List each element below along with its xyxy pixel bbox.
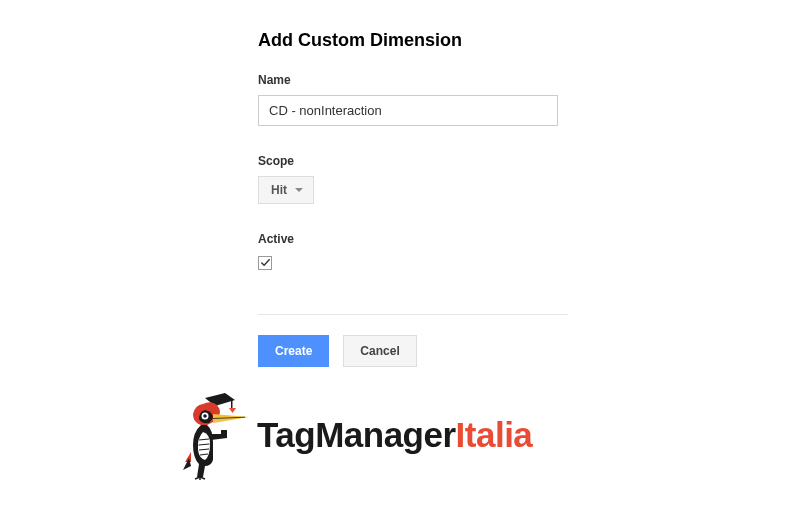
page-title: Add Custom Dimension [258, 30, 568, 51]
name-field-group: Name [258, 73, 568, 126]
scope-field-group: Scope Hit [258, 154, 568, 204]
active-checkbox[interactable] [258, 256, 272, 270]
active-label: Active [258, 232, 568, 246]
chevron-down-icon [295, 188, 303, 192]
svg-point-4 [203, 414, 207, 418]
custom-dimension-form: Add Custom Dimension Name Scope Hit Acti… [258, 30, 568, 367]
scope-value: Hit [271, 183, 287, 197]
logo-text-part1: TagManager [257, 415, 456, 454]
svg-marker-2 [229, 408, 236, 413]
brand-logo: TagManagerItalia [183, 390, 532, 480]
svg-rect-1 [231, 400, 233, 408]
scope-label: Scope [258, 154, 568, 168]
scope-select[interactable]: Hit [258, 176, 314, 204]
logo-text-part2: Italia [456, 415, 533, 454]
logo-text: TagManagerItalia [257, 415, 532, 455]
active-field-group: Active [258, 232, 568, 272]
create-button[interactable]: Create [258, 335, 329, 367]
woodpecker-icon [183, 390, 251, 480]
name-label: Name [258, 73, 568, 87]
cancel-button[interactable]: Cancel [343, 335, 416, 367]
check-icon [260, 257, 271, 268]
button-row: Create Cancel [258, 335, 568, 367]
divider [258, 314, 568, 315]
name-input[interactable] [258, 95, 558, 126]
